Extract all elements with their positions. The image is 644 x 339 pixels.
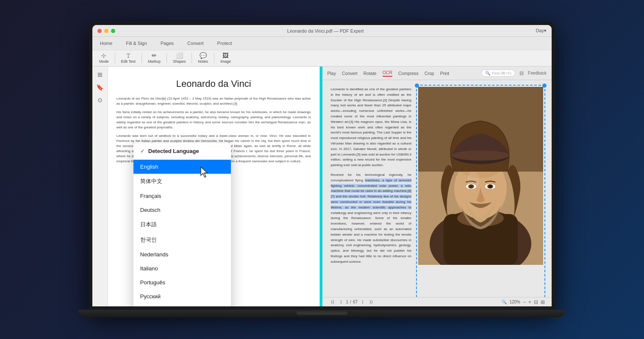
pdf-title: Leonardo da Vinci xyxy=(117,78,311,89)
ocr-tab-ocr[interactable]: OCR xyxy=(383,70,392,77)
separator-1 xyxy=(115,53,115,63)
window-title: Leonardo da Vinci.pdf — PDF Expert xyxy=(118,28,533,33)
ocr-tab-crop[interactable]: Crop xyxy=(425,71,434,76)
ocr-right-tools: 🔍 Find (⌘+F) ⊟ Feedback xyxy=(481,69,547,77)
language-option-portuguese[interactable]: Português xyxy=(133,275,231,289)
screen-inner: Leonardo da Vinci.pdf — PDF Expert Day▾ … xyxy=(92,25,552,306)
zoom-controls: 🔍 120% − + ⊟ ⊞ xyxy=(502,299,545,305)
mode-icon: ⊹ xyxy=(101,53,106,58)
feedback-label[interactable]: Feedback xyxy=(528,71,547,75)
shapes-label: Shapes xyxy=(173,59,186,64)
markup-label: Markup xyxy=(148,59,161,64)
right-panel: Play Convert Rotate OCR Compress Crop Pr… xyxy=(322,67,552,306)
markup-icon: ✏ xyxy=(152,53,157,58)
language-option-english[interactable]: English xyxy=(133,160,231,174)
toolbar-tabs: Home Fill & Sign Pages Convert Protect xyxy=(92,37,552,50)
language-option-japanese[interactable]: 日本語 xyxy=(133,217,231,232)
highlighted-passage: machines, a type of armored fighting veh… xyxy=(331,178,411,209)
sidebar-icon-grid[interactable]: ⊞ xyxy=(95,70,105,79)
top-toolbar: Home Fill & Sign Pages Convert Protect ⊹… xyxy=(92,37,552,67)
ocr-tab-play[interactable]: Play xyxy=(328,71,336,76)
notes-label: Notes xyxy=(198,59,208,64)
title-bar: Leonardo da Vinci.pdf — PDF Expert Day▾ xyxy=(92,25,552,37)
left-sidebar: ⊞ 🔖 ⊙ xyxy=(92,67,108,306)
image-icon: 🖼 xyxy=(222,53,228,58)
page-last-button[interactable]: ⟩⟩ xyxy=(368,299,375,306)
language-option-spanish[interactable]: Español xyxy=(133,303,231,306)
dropdown-header-text: Detected Language xyxy=(148,148,199,154)
language-dropdown[interactable]: ✓ Detected Language English 简体中文 Françai… xyxy=(133,143,231,306)
separator-5 xyxy=(214,53,214,63)
pdf-right-text-area: Leonardo is identified as one of the gre… xyxy=(331,87,411,300)
ocr-toolbar: Play Convert Rotate OCR Compress Crop Pr… xyxy=(322,67,552,80)
close-button[interactable] xyxy=(97,29,102,33)
markup-button[interactable]: ✏ Markup xyxy=(145,52,163,64)
zoom-in-button[interactable]: + xyxy=(528,299,531,305)
checkmark-icon: ✓ xyxy=(140,148,145,154)
search-box[interactable]: 🔍 Find (⌘+F) xyxy=(481,69,515,77)
day-mode-label[interactable]: Day▾ xyxy=(536,28,547,33)
filter-icon[interactable]: ⊟ xyxy=(519,70,524,76)
separator-4 xyxy=(192,53,192,63)
search-icon: 🔍 xyxy=(485,71,490,75)
language-option-korean[interactable]: 한국인 xyxy=(133,232,231,247)
tab-convert[interactable]: Convert xyxy=(184,39,207,47)
minimize-button[interactable] xyxy=(104,29,108,33)
edit-text-button[interactable]: 𝚃 Edit Text xyxy=(119,52,138,64)
language-option-dutch[interactable]: Nederlands xyxy=(133,247,231,261)
selection-handle-tr[interactable] xyxy=(542,83,547,88)
language-option-chinese[interactable]: 简体中文 xyxy=(133,174,231,189)
bottom-navigation-bar: ⟨⟨ ⟨ 1 / 67 ⟩ ⟩⟩ 🔍 xyxy=(322,297,552,306)
tab-fill-sign[interactable]: Fill & Sign xyxy=(122,39,150,47)
mode-label: Mode xyxy=(99,59,109,64)
app-window: Leonardo da Vinci.pdf — PDF Expert Day▾ … xyxy=(92,25,552,306)
tab-protect[interactable]: Protect xyxy=(214,39,236,47)
right-panel-content: Leonardo is identified as one of the gre… xyxy=(322,80,552,306)
language-option-italian[interactable]: Italiano xyxy=(133,261,231,275)
tab-home[interactable]: Home xyxy=(97,39,116,47)
selection-handle-tl[interactable] xyxy=(415,83,419,88)
pdf-right-text-before: Leonardo is identified as one of the gre… xyxy=(331,87,411,168)
zoom-in-icon[interactable]: 🔍 xyxy=(502,300,507,304)
edit-text-icon: 𝚃 xyxy=(126,53,130,58)
notes-button[interactable]: 💬 Notes xyxy=(195,52,211,64)
pdf-right-text-para2: Revered for his technological ingenuity,… xyxy=(331,172,411,265)
search-placeholder: Find (⌘+F) xyxy=(492,71,511,75)
laptop-base xyxy=(78,310,566,317)
grid-view-icon[interactable]: ⊞ xyxy=(541,299,545,305)
page-current: 1 xyxy=(346,300,349,304)
image-button[interactable]: 🖼 Image xyxy=(218,52,233,64)
page-separator: / xyxy=(350,300,351,304)
sidebar-icon-circle[interactable]: ⊙ xyxy=(95,95,105,105)
shapes-icon: ⬜ xyxy=(176,53,183,58)
pdf-left-body-2: His fame initially rested on his achieve… xyxy=(117,110,311,130)
selection-border xyxy=(416,85,545,302)
ocr-tab-compress[interactable]: Compress xyxy=(398,71,419,76)
zoom-out-button[interactable]: − xyxy=(523,299,526,305)
sidebar-icon-bookmark[interactable]: 🔖 xyxy=(95,83,105,92)
content-split: Leonardo da Vinci Leonardo di ser Piero … xyxy=(108,67,552,306)
ocr-tab-convert[interactable]: Convert xyxy=(342,71,358,76)
dropdown-header: ✓ Detected Language xyxy=(133,143,231,160)
left-panel: Leonardo da Vinci Leonardo di ser Piero … xyxy=(108,67,320,306)
separator-2 xyxy=(142,53,142,63)
laptop-container: Leonardo da Vinci.pdf — PDF Expert Day▾ … xyxy=(68,8,576,331)
page-total: 67 xyxy=(353,300,358,304)
shapes-button[interactable]: ⬜ Shapes xyxy=(170,52,189,64)
mode-button[interactable]: ⊹ Mode xyxy=(97,52,111,64)
language-option-french[interactable]: Français xyxy=(133,189,231,203)
zoom-level: 120% xyxy=(509,300,520,304)
image-container[interactable] xyxy=(418,87,543,300)
page-next-button[interactable]: ⟩ xyxy=(359,299,366,306)
view-mode-icon[interactable]: ⊟ xyxy=(534,299,538,305)
ocr-tab-print[interactable]: Print xyxy=(440,71,450,76)
language-option-german[interactable]: Deutsch xyxy=(133,203,231,217)
tab-pages[interactable]: Pages xyxy=(157,39,177,47)
maximize-button[interactable] xyxy=(111,29,115,33)
main-content: ⊞ 🔖 ⊙ Leonardo da Vinci Le xyxy=(92,67,552,306)
ocr-tab-rotate[interactable]: Rotate xyxy=(364,71,377,76)
language-option-russian[interactable]: Русский xyxy=(133,289,231,303)
page-prev-button[interactable]: ⟨ xyxy=(338,299,344,306)
toolbar-action-buttons: ⊹ Mode 𝚃 Edit Text ✏ Markup xyxy=(92,50,552,66)
page-first-button[interactable]: ⟨⟨ xyxy=(329,299,336,306)
